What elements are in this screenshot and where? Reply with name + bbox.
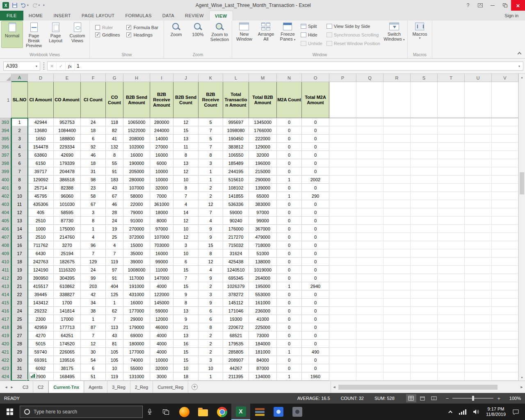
empty-cell[interactable] <box>465 176 492 184</box>
row-header-414[interactable]: 414 <box>0 290 11 299</box>
empty-cell[interactable] <box>465 225 492 233</box>
zoom-level[interactable]: 100% <box>505 396 521 401</box>
empty-cell[interactable] <box>492 82 518 118</box>
cell-A404[interactable]: 12 <box>11 208 28 217</box>
cell-J407[interactable]: 12 <box>173 233 199 241</box>
cell-I414[interactable]: 122000 <box>150 290 173 299</box>
cell-I409[interactable]: 16000 <box>150 249 173 258</box>
page-break-preview-button[interactable]: Page Break Preview <box>23 21 45 48</box>
row-header-394[interactable]: 394 <box>0 126 11 135</box>
cell-H419[interactable]: 69000 <box>123 331 150 340</box>
empty-cell[interactable] <box>383 348 411 356</box>
cell-D414[interactable]: 39445 <box>28 290 54 299</box>
empty-cell[interactable] <box>411 143 438 151</box>
cell-H398[interactable]: 190000 <box>123 159 150 167</box>
headings-checkbox[interactable]: Headings <box>126 32 158 37</box>
cell-N399[interactable]: 0 <box>277 167 302 176</box>
empty-cell[interactable] <box>383 372 411 381</box>
cell-D404[interactable]: 405 <box>28 208 54 217</box>
empty-cell[interactable] <box>465 118 492 126</box>
empty-cell[interactable] <box>411 299 438 307</box>
empty-cell[interactable] <box>465 258 492 266</box>
cell-I419[interactable]: 4000 <box>150 331 173 340</box>
enter-entry-button[interactable]: ✓ <box>57 62 66 70</box>
cell-E418[interactable]: 177713 <box>54 323 81 331</box>
column-header-r[interactable]: R <box>383 74 411 82</box>
cell-L395[interactable]: 190450 <box>223 135 249 143</box>
name-box[interactable]: A393 ▼ <box>3 62 40 71</box>
cell-K424[interactable]: 1 <box>199 372 223 381</box>
taskbar-app-7[interactable] <box>288 404 307 420</box>
excel-app-icon[interactable]: X <box>2 2 9 9</box>
row-header-421[interactable]: 421 <box>0 348 11 356</box>
empty-cell[interactable] <box>383 176 411 184</box>
cell-F400[interactable]: 98 <box>81 176 106 184</box>
empty-cell[interactable] <box>465 233 492 241</box>
empty-cell[interactable] <box>438 290 465 299</box>
cell-M417[interactable]: 41000 <box>249 315 277 323</box>
ribbon-tab-page-layout[interactable]: PAGE LAYOUT <box>76 11 120 21</box>
cell-M411[interactable]: 1019000 <box>249 266 277 274</box>
empty-cell[interactable] <box>329 225 356 233</box>
cell-N424[interactable]: 1 <box>277 372 302 381</box>
row-header-409[interactable]: 409 <box>0 249 11 258</box>
cell-M412[interactable]: 264000 <box>249 274 277 282</box>
cell-L418[interactable]: 220672 <box>223 323 249 331</box>
cell-O400[interactable]: 2002 <box>302 176 329 184</box>
cell-I422[interactable]: 10000 <box>150 356 173 364</box>
empty-cell[interactable] <box>465 208 492 217</box>
empty-cell[interactable] <box>356 340 383 348</box>
cell-H399[interactable]: 205000 <box>123 167 150 176</box>
cell-A393[interactable]: 1 <box>11 118 28 126</box>
collapse-ribbon-icon[interactable] <box>518 52 522 56</box>
empty-cell[interactable] <box>492 167 518 176</box>
empty-cell[interactable] <box>383 200 411 208</box>
empty-cell[interactable] <box>329 299 356 307</box>
row-header-418[interactable]: 418 <box>0 323 11 331</box>
cell-J409[interactable]: 10 <box>173 249 199 258</box>
cell-O402[interactable]: 290 <box>302 192 329 200</box>
cell-N418[interactable]: 0 <box>277 323 302 331</box>
row-header-404[interactable]: 404 <box>0 208 11 217</box>
empty-cell[interactable] <box>356 143 383 151</box>
empty-cell[interactable] <box>383 290 411 299</box>
empty-cell[interactable] <box>411 233 438 241</box>
cell-N410[interactable]: 0 <box>277 258 302 266</box>
cell-O397[interactable]: 0 <box>302 151 329 159</box>
cell-A413[interactable]: 21 <box>11 282 28 290</box>
cell-D399[interactable]: 39717 <box>28 167 54 176</box>
microphone-button[interactable] <box>143 404 157 420</box>
cell-G400[interactable]: 183 <box>106 176 123 184</box>
cell-G410[interactable]: 119 <box>106 258 123 266</box>
cell-G405[interactable]: 24 <box>106 217 123 225</box>
empty-cell[interactable] <box>492 299 518 307</box>
row-header-416[interactable]: 416 <box>0 307 11 315</box>
sign-in-link[interactable]: Sign in <box>498 11 525 21</box>
name-box-dropdown-icon[interactable]: ▼ <box>33 65 40 68</box>
cell-L398[interactable]: 185489 <box>223 159 249 167</box>
cell-H414[interactable]: 431000 <box>123 290 150 299</box>
sheet-tab-agents[interactable]: Agents <box>84 381 107 393</box>
empty-cell[interactable] <box>356 135 383 143</box>
row-header-420[interactable]: 420 <box>0 340 11 348</box>
cell-D398[interactable]: 6150 <box>28 159 54 167</box>
empty-cell[interactable] <box>492 348 518 356</box>
cell-I404[interactable]: 18000 <box>150 208 173 217</box>
column-header-h[interactable]: H <box>123 74 150 82</box>
cell-G414[interactable]: 125 <box>106 290 123 299</box>
cell-D407[interactable]: 2510 <box>28 233 54 241</box>
empty-cell[interactable] <box>356 233 383 241</box>
cell-A394[interactable]: 2 <box>11 126 28 135</box>
cell-O401[interactable]: 0 <box>302 184 329 192</box>
empty-cell[interactable] <box>438 208 465 217</box>
page-layout-view-button[interactable]: Page Layout <box>45 21 66 48</box>
empty-cell[interactable] <box>356 167 383 176</box>
scroll-left-icon[interactable]: ◀ <box>331 386 338 389</box>
cell-M422[interactable]: 84000 <box>249 356 277 364</box>
empty-cell[interactable] <box>383 315 411 323</box>
empty-cell[interactable] <box>356 356 383 364</box>
horizontal-scrollbar[interactable]: ◀ ▶ <box>331 381 525 393</box>
cell-A395[interactable]: 3 <box>11 135 28 143</box>
row-header-399[interactable]: 399 <box>0 167 11 176</box>
cell-J395[interactable]: 13 <box>173 135 199 143</box>
